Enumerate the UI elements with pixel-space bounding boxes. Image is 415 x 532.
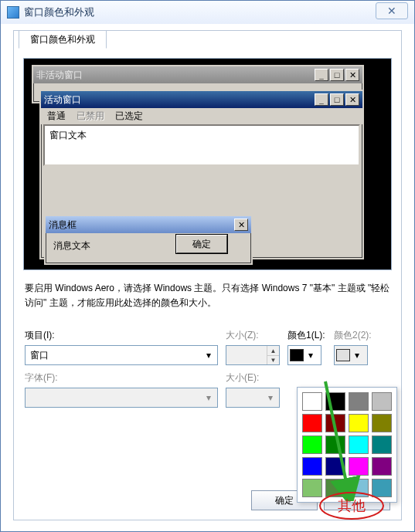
color-popup[interactable] [297, 387, 397, 503]
preview-inactive-title: 非活动窗口 [36, 69, 83, 82]
preview-active-titlebar: 活动窗口 _ □ ✕ [41, 91, 362, 108]
color-swatch[interactable] [372, 414, 392, 432]
preview-window-text: 窗口文本 [43, 124, 360, 166]
preview-active-window: 活动窗口 _ □ ✕ 普通 已禁用 已选定 窗口文本 [39, 90, 364, 259]
preview-inactive-controls: _ □ ✕ [315, 69, 359, 81]
close-icon: ✕ [234, 219, 248, 231]
item-select[interactable]: 窗口 ▾ [25, 345, 218, 365]
preview-ok-button: 确定 [176, 235, 227, 253]
color-swatch[interactable] [325, 457, 345, 476]
maximize-icon: □ [330, 69, 344, 81]
color-swatch[interactable] [349, 457, 369, 476]
chevron-down-icon: ▾ [304, 347, 318, 363]
color-swatch[interactable] [349, 392, 369, 411]
chevron-down-icon: ▾ [202, 347, 216, 363]
window-close-button[interactable]: ✕ [376, 2, 408, 19]
annotation-other-label: 其他 [319, 492, 384, 520]
window-title: 窗口颜色和外观 [24, 5, 94, 19]
color-swatch[interactable] [302, 392, 322, 411]
preview-messagebox-titlebar: 消息框 ✕ [46, 216, 251, 233]
font-label: 字体(F): [25, 371, 218, 385]
color2-swatch [336, 349, 350, 361]
color-swatch[interactable] [372, 479, 392, 497]
preview-messagebox-title: 消息框 [49, 219, 77, 232]
close-icon: ✕ [387, 5, 396, 17]
title-bar: 窗口颜色和外观 [1, 1, 414, 24]
color1-swatch [290, 349, 304, 361]
app-icon [7, 6, 19, 19]
color1-button[interactable]: ▾ [287, 345, 321, 365]
tab-appearance[interactable]: 窗口颜色和外观 [19, 30, 107, 49]
instruction-text: 要启用 Windows Aero，请选择 Windows 主题。只有选择 Win… [25, 281, 390, 310]
color-swatch[interactable] [325, 435, 345, 454]
color-swatch[interactable] [349, 435, 369, 454]
close-icon: ✕ [345, 93, 359, 106]
color2-label: 颜色2(2): [334, 329, 372, 342]
color-swatch[interactable] [325, 392, 345, 411]
color-swatch[interactable] [325, 414, 345, 432]
color-swatch[interactable] [302, 414, 322, 432]
font-size-label: 大小(E): [226, 371, 280, 385]
color2-button: ▾ [334, 345, 368, 365]
menu-disabled: 已禁用 [77, 110, 104, 123]
minimize-icon: _ [315, 93, 328, 106]
font-select: ▾ [25, 388, 218, 408]
color-swatch[interactable] [302, 435, 322, 454]
theme-preview: 非活动窗口 _ □ ✕ 活动窗口 _ □ ✕ [23, 58, 392, 270]
appearance-dialog: 窗口颜色和外观 ✕ 窗口颜色和外观 非活动窗口 _ □ ✕ [0, 0, 415, 532]
close-icon: ✕ [345, 69, 359, 81]
menu-selected: 已选定 [115, 110, 143, 123]
font-size-select: ▾ [226, 388, 280, 408]
preview-active-title: 活动窗口 [44, 93, 81, 107]
size-stepper: ▲▼ [226, 345, 280, 365]
color-swatch[interactable] [372, 392, 392, 411]
chevron-down-icon: ▾ [264, 390, 277, 405]
item-label: 项目(I): [25, 329, 218, 342]
size-label: 大小(Z): [226, 329, 280, 342]
minimize-icon: _ [315, 69, 328, 81]
color-swatch[interactable] [302, 479, 322, 497]
tab-label: 窗口颜色和外观 [30, 33, 95, 46]
item-select-value: 窗口 [30, 349, 49, 362]
color-swatch[interactable] [372, 435, 392, 454]
preview-inactive-titlebar: 非活动窗口 _ □ ✕ [33, 66, 362, 83]
stepper-up-icon: ▲ [267, 346, 279, 356]
chevron-down-icon: ▾ [350, 347, 364, 363]
preview-menubar: 普通 已禁用 已选定 [41, 108, 362, 124]
chevron-down-icon: ▾ [202, 390, 216, 405]
color-swatch[interactable] [302, 457, 322, 476]
color1-label: 颜色1(L): [287, 329, 326, 342]
preview-active-controls: _ □ ✕ [315, 93, 359, 106]
menu-normal: 普通 [47, 110, 66, 123]
stepper-down-icon: ▼ [267, 356, 279, 365]
color-swatch[interactable] [349, 414, 369, 432]
maximize-icon: □ [330, 93, 344, 106]
color-swatch[interactable] [372, 457, 392, 476]
